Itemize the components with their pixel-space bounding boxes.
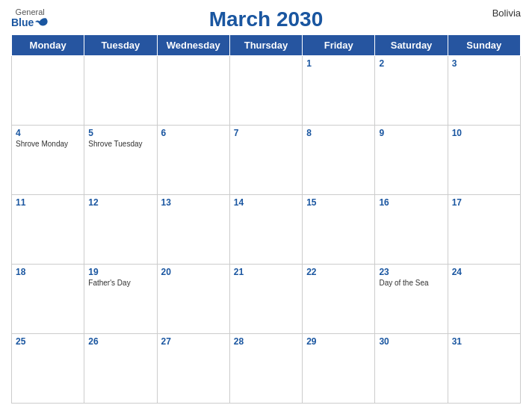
holiday-label: Day of the Sea <box>379 279 443 288</box>
day-number: 27 <box>161 336 226 347</box>
calendar-cell: 6 <box>157 126 229 195</box>
day-number: 20 <box>161 267 226 277</box>
calendar-cell: 12 <box>84 195 157 265</box>
day-header-wednesday: Wednesday <box>157 35 229 56</box>
calendar-cell: 28 <box>229 334 302 404</box>
calendar-cell <box>229 56 302 126</box>
day-number: 28 <box>234 336 298 347</box>
day-number: 4 <box>16 128 80 138</box>
day-number: 13 <box>161 197 226 208</box>
calendar-cell: 9 <box>375 126 448 195</box>
calendar-cell: 13 <box>157 195 229 265</box>
calendar-cell: 14 <box>229 195 302 265</box>
calendar-cell: 25 <box>12 334 84 404</box>
calendar-cell: 18 <box>12 265 84 334</box>
calendar-cell: 2 <box>375 56 448 126</box>
calendar-cell: 22 <box>303 265 375 334</box>
calendar-cell: 17 <box>448 195 520 265</box>
day-number: 2 <box>379 58 443 69</box>
day-number: 12 <box>88 197 152 208</box>
day-header-friday: Friday <box>303 35 375 56</box>
calendar-cell: 30 <box>375 334 448 404</box>
day-number: 5 <box>88 128 152 138</box>
calendar-cell: 24 <box>448 265 520 334</box>
calendar-cell: 5Shrove Tuesday <box>84 126 157 195</box>
page-title: March 2030 <box>209 7 324 31</box>
calendar-header: General Blue March 2030 Bolivia <box>11 7 521 31</box>
day-header-saturday: Saturday <box>375 35 448 56</box>
day-header-thursday: Thursday <box>229 35 302 56</box>
calendar-cell: 8 <box>303 126 375 195</box>
day-number: 29 <box>306 336 371 347</box>
day-number: 23 <box>379 267 443 277</box>
logo: General Blue <box>11 7 49 28</box>
country-label: Bolivia <box>492 7 521 19</box>
calendar-header-row: MondayTuesdayWednesdayThursdayFridaySatu… <box>12 35 521 56</box>
calendar-cell: 15 <box>303 195 375 265</box>
day-number: 18 <box>16 267 80 277</box>
holiday-label: Father's Day <box>88 279 152 288</box>
calendar-cell <box>12 56 84 126</box>
day-header-tuesday: Tuesday <box>84 35 157 56</box>
calendar-cell: 23Day of the Sea <box>375 265 448 334</box>
calendar-cell: 10 <box>448 126 520 195</box>
day-number: 14 <box>234 197 298 208</box>
day-number: 1 <box>306 58 371 69</box>
calendar-cell: 11 <box>12 195 84 265</box>
logo-general-text: General <box>16 7 45 16</box>
calendar-cell: 1 <box>303 56 375 126</box>
day-number: 19 <box>88 267 152 277</box>
logo-blue-text: Blue <box>11 16 49 28</box>
day-number: 11 <box>16 197 80 208</box>
calendar-cell: 20 <box>157 265 229 334</box>
week-row-4: 1819Father's Day20212223Day of the Sea24 <box>12 265 521 334</box>
calendar-cell: 26 <box>84 334 157 404</box>
calendar-cell: 27 <box>157 334 229 404</box>
logo-bird-icon <box>35 17 49 28</box>
calendar-cell: 3 <box>448 56 520 126</box>
calendar-cell: 31 <box>448 334 520 404</box>
calendar-cell: 7 <box>229 126 302 195</box>
holiday-label: Shrove Tuesday <box>88 140 152 149</box>
day-number: 6 <box>161 128 226 138</box>
day-number: 22 <box>306 267 371 277</box>
day-number: 15 <box>306 197 371 208</box>
week-row-5: 25262728293031 <box>12 334 521 404</box>
day-number: 3 <box>452 58 516 69</box>
day-number: 16 <box>379 197 443 208</box>
day-number: 8 <box>306 128 371 138</box>
calendar-cell <box>84 56 157 126</box>
calendar-cell: 19Father's Day <box>84 265 157 334</box>
day-number: 30 <box>379 336 443 347</box>
day-number: 7 <box>234 128 298 138</box>
day-number: 25 <box>16 336 80 347</box>
day-number: 21 <box>234 267 298 277</box>
day-number: 10 <box>452 128 516 138</box>
day-number: 17 <box>452 197 516 208</box>
calendar-table: MondayTuesdayWednesdayThursdayFridaySatu… <box>11 34 521 404</box>
calendar-cell: 21 <box>229 265 302 334</box>
day-number: 31 <box>452 336 516 347</box>
day-header-monday: Monday <box>12 35 84 56</box>
day-number: 26 <box>88 336 152 347</box>
week-row-3: 11121314151617 <box>12 195 521 265</box>
calendar-cell: 16 <box>375 195 448 265</box>
calendar-cell: 29 <box>303 334 375 404</box>
day-header-sunday: Sunday <box>448 35 520 56</box>
day-number: 24 <box>452 267 516 277</box>
calendar-cell: 4Shrove Monday <box>12 126 84 195</box>
calendar-cell <box>157 56 229 126</box>
day-number: 9 <box>379 128 443 138</box>
week-row-2: 4Shrove Monday5Shrove Tuesday678910 <box>12 126 521 195</box>
holiday-label: Shrove Monday <box>16 140 80 149</box>
week-row-1: 123 <box>12 56 521 126</box>
